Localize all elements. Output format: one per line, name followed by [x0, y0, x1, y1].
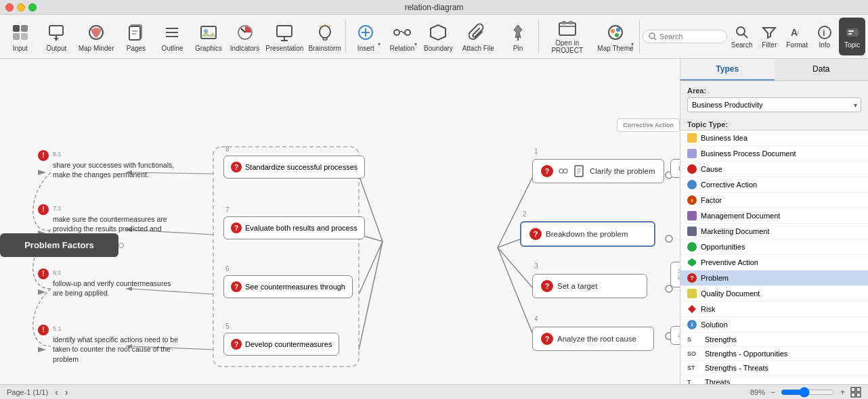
maximize-button[interactable] — [28, 3, 37, 11]
topic-item-problem[interactable]: ? Problem — [680, 271, 868, 286]
toolbar-boundary[interactable]: Boundary — [421, 16, 456, 57]
node-analyze-root-cause[interactable]: 4 ? Analyze the root cause — [532, 327, 654, 351]
topic-item-strengths[interactable]: S Strengths — [680, 333, 868, 347]
node-1-label: Clarify the problem — [590, 167, 655, 175]
svg-rect-33 — [569, 21, 573, 24]
topic-item-factor[interactable]: i Factor — [680, 193, 868, 208]
topic-item-threats[interactable]: T Threats — [680, 375, 868, 384]
toolbar-map-theme[interactable]: Map Theme — [594, 16, 636, 57]
topic-item-solution[interactable]: i Solution — [680, 317, 868, 333]
topic-item-cause[interactable]: Cause — [680, 162, 868, 177]
node-8-1[interactable]: ! 8.1 share your successes with function… — [53, 150, 181, 180]
topic-corrective-action-label: Corrective Action — [701, 181, 757, 189]
node-corrective-action[interactable]: Corrective Action — [617, 118, 680, 132]
pin-icon — [507, 22, 529, 43]
node-4-number: 4 — [534, 315, 538, 323]
node-right-partial-1[interactable]: 1.1 yo... — [670, 159, 680, 178]
node-standardize[interactable]: 8 ? Standardize successful processes — [223, 156, 365, 179]
toolbar-pages[interactable]: Pages — [118, 16, 154, 57]
document-icon — [573, 165, 586, 177]
topic-item-quality-doc[interactable]: Quality Document — [680, 286, 868, 302]
zoom-level: 89% — [750, 388, 765, 396]
toolbar-format-btn[interactable]: A/ Format — [784, 18, 810, 55]
svg-rect-83 — [851, 393, 855, 397]
node-breakdown-problem[interactable]: 2 ? Breakdown the problem — [520, 221, 655, 247]
topic-item-strengths-threats[interactable]: ST Strengths - Threats — [680, 361, 868, 375]
node-4-label: Analyze the root cause — [557, 335, 636, 343]
toolbar-presentation[interactable]: Presentation — [263, 16, 305, 57]
toolbar-insert-label: Insert — [357, 45, 374, 52]
node-5-1-label: identify what specific actions need to b… — [53, 335, 178, 363]
node-right-partial-4[interactable]: 4... — [670, 326, 680, 345]
toolbar-search-btn[interactable]: Search — [729, 18, 755, 55]
canvas[interactable]: Problem Factors 1 ? Clarify the problem … — [0, 59, 680, 384]
toolbar-relation[interactable]: Relation — [385, 16, 420, 57]
link-icon — [557, 165, 569, 177]
topic-item-strengths-opp[interactable]: SO Strengths - Opportunities — [680, 347, 868, 361]
indicators-icon — [234, 22, 256, 43]
topic-item-business-process-doc[interactable]: Business Process Document — [680, 146, 868, 162]
strengths-opp-prefix: SO — [687, 350, 701, 357]
toolbar-topic-btn[interactable]: Topic — [839, 18, 865, 55]
node-right-partial-3[interactable]: 3.1 what level... — [670, 262, 680, 287]
toolbar-open-in-project[interactable]: Open in PROJECT — [542, 16, 593, 57]
toolbar-info-btn[interactable]: i Info — [811, 18, 838, 55]
topic-item-preventive-action[interactable]: Preventive Action — [680, 255, 868, 271]
toolbar-brainstorm[interactable]: Brainstorm — [307, 16, 342, 57]
topic-item-business-idea[interactable]: Business Idea — [680, 131, 868, 146]
toolbar-output[interactable]: Output — [39, 16, 74, 57]
node-countermeasures[interactable]: 6 ? See countermeasures through — [223, 275, 353, 298]
node-5-1[interactable]: ! 5.1 identify what specific actions nee… — [53, 325, 181, 365]
toolbar-indicators[interactable]: Indicators — [227, 16, 263, 57]
topic-item-risk[interactable]: Risk — [680, 302, 868, 317]
toolbar-insert[interactable]: Insert — [349, 16, 384, 57]
toolbar-input[interactable]: Input — [3, 16, 38, 57]
topic-item-management-doc[interactable]: Management Document — [680, 208, 868, 224]
node-8-1-error-icon: ! — [38, 150, 49, 161]
outline-icon — [161, 22, 183, 43]
topic-problem-label: Problem — [701, 274, 729, 282]
fit-window-icon[interactable] — [850, 387, 861, 398]
toolbar-indicators-label: Indicators — [230, 45, 259, 52]
zoom-slider[interactable] — [781, 387, 835, 398]
toolbar-filter-btn[interactable]: Filter — [756, 18, 783, 55]
page-prev-btn[interactable]: ‹ — [55, 387, 58, 398]
toolbar-map-minder[interactable]: Map Minder — [75, 16, 117, 57]
area-select[interactable]: Business Productivity Personal Education — [687, 97, 861, 112]
node-clarify-problem[interactable]: 1 ? Clarify the problem — [532, 159, 664, 183]
node-8-1-number: 8.1 — [53, 150, 181, 159]
area-select-wrapper: Business Productivity Personal Education… — [687, 97, 861, 112]
toolbar-graphics[interactable]: Graphics — [191, 16, 226, 57]
tab-types[interactable]: Types — [680, 59, 775, 80]
svg-point-36 — [616, 28, 620, 32]
node-8-label: Standardize successful processes — [245, 163, 357, 171]
close-button[interactable] — [5, 3, 14, 11]
node-set-target[interactable]: 3 ? Set a target — [532, 274, 647, 298]
traffic-lights — [5, 3, 37, 11]
svg-rect-21 — [323, 38, 327, 40]
toolbar-attach-file[interactable]: Attach File — [457, 16, 499, 57]
minimize-button[interactable] — [17, 3, 25, 11]
node-evaluate[interactable]: 7 ? Evaluate both results and process — [223, 216, 365, 239]
node-6-1[interactable]: ! 6.1 follow-up and verify countermeasur… — [53, 268, 181, 298]
node-6-label: See countermeasures through — [245, 283, 345, 291]
topic-item-corrective-action[interactable]: Corrective Action — [680, 177, 868, 193]
zoom-decrease-btn[interactable]: − — [771, 388, 775, 397]
topic-item-opportunities[interactable]: Opportunities — [680, 239, 868, 255]
tab-data[interactable]: Data — [775, 59, 869, 80]
center-node[interactable]: Problem Factors — [0, 233, 118, 257]
strengths-prefix: S — [687, 336, 701, 343]
page-next-btn[interactable]: › — [65, 387, 68, 398]
search-box[interactable] — [643, 30, 727, 43]
statusbar-right: 89% − + — [750, 387, 861, 398]
toolbar-outline[interactable]: Outline — [155, 16, 190, 57]
toolbar-pin[interactable]: Pin — [500, 16, 536, 57]
topic-item-marketing-doc[interactable]: Marketing Document — [680, 224, 868, 239]
node-5-number: 5 — [225, 323, 230, 330]
node-develop[interactable]: 5 ? Develop countermeasures — [223, 333, 339, 356]
toolbar-sep-3 — [639, 20, 640, 53]
search-input[interactable] — [659, 32, 721, 41]
node-2-question-icon: ? — [529, 228, 542, 240]
zoom-increase-btn[interactable]: + — [840, 388, 845, 397]
svg-rect-14 — [201, 26, 216, 39]
